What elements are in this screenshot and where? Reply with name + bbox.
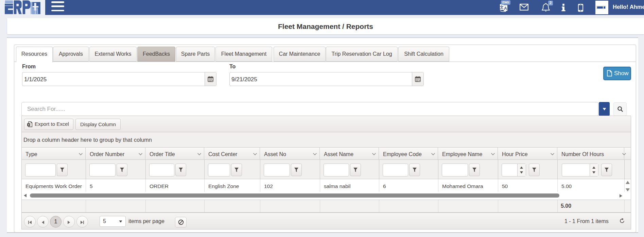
svg-text:A: A <box>504 6 507 11</box>
svg-text:文: 文 <box>500 5 504 9</box>
